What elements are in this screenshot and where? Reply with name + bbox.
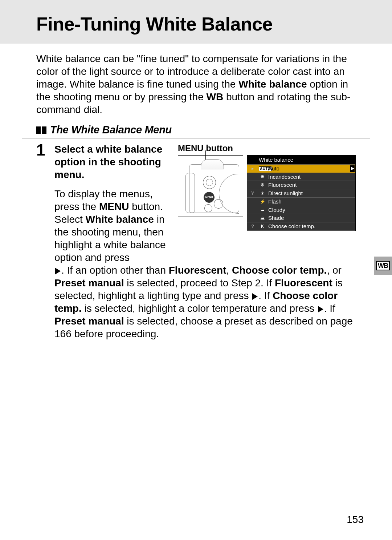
step-bold: Choose color temp. <box>232 265 327 276</box>
right-arrow-icon <box>318 306 323 313</box>
step-heading: Select a white balance option in the sho… <box>54 143 171 181</box>
menu-item-label: Shade <box>268 215 353 222</box>
menu-item: ⛰Shade <box>247 214 355 222</box>
page-number: 153 <box>347 514 364 525</box>
step-bold: White balance <box>86 214 154 225</box>
menu-item-label: Direct sunlight <box>268 190 353 197</box>
menu-item-label: Incandescent <box>268 174 353 181</box>
menu-item-icon: ❋ <box>259 182 266 188</box>
menu-item-label: Flash <box>268 198 353 205</box>
menu-item-icon: ☀ <box>259 191 266 196</box>
step-text: . If <box>258 290 273 301</box>
menu-button-text: MENU <box>99 201 129 212</box>
menu-title: White balance <box>247 156 355 165</box>
menu-item-icon: AUTO <box>259 166 266 172</box>
menu-item-label: Cloudy <box>268 207 353 214</box>
menu-item: ❋Fluorescent <box>247 181 355 189</box>
menu-item: ✺Incandescent <box>247 173 355 181</box>
menu-item-icon: ⛰ <box>259 215 266 221</box>
right-arrow-icon <box>252 293 258 300</box>
menu-item-label: Fluorescent <box>268 182 353 189</box>
menu-item-arrow-icon: ▶ <box>350 165 355 172</box>
menu-item-icon: ☁ <box>259 207 266 213</box>
menu-item-icon: K <box>259 224 266 229</box>
step-bold: Fluorescent <box>169 265 226 276</box>
step-text: , or <box>327 265 341 276</box>
menu-button-label: MENU button <box>178 143 356 154</box>
page-title: Fine-Tuning White Balance <box>36 13 370 35</box>
intro-wb-label: WB <box>207 91 224 102</box>
menu-item-icon: ✺ <box>259 174 266 180</box>
section-title: The White Balance Menu <box>50 124 172 136</box>
step-text: . If <box>324 303 335 314</box>
side-tab: WB <box>374 257 392 275</box>
menu-side-icon: ? <box>249 223 257 229</box>
wb-icon: WB <box>376 261 390 270</box>
menu-item: ?KChoose color temp. <box>247 222 355 231</box>
intro-bold-1: White balance <box>238 78 307 90</box>
menu-item-icon: ⚡ <box>259 199 266 205</box>
step-text: is selected, highlight a color temperatu… <box>82 303 317 314</box>
section-bullets-icon <box>36 126 46 134</box>
intro-paragraph: White balance can be "fine tuned" to com… <box>22 44 370 122</box>
menu-item-label: Choose color temp. <box>268 223 353 230</box>
menu-side-icon: Y <box>249 190 257 196</box>
menu-item: Y☀Direct sunlight <box>247 189 355 198</box>
right-arrow-icon <box>55 268 61 274</box>
menu-side-icon: ▸ <box>249 166 257 172</box>
step-bold: Preset manual <box>54 315 124 327</box>
camera-diagram: MENU <box>178 155 243 217</box>
step-text: is selected, proceed to Step 2. If <box>124 277 275 289</box>
menu-item: ⚡Flash <box>247 198 355 206</box>
camera-menu-button-icon: MENU <box>204 192 215 203</box>
step-number: 1 <box>36 142 47 340</box>
step-bold: Preset manual <box>54 277 124 289</box>
menu-item: ▸AUTOAuto▶ <box>247 165 355 173</box>
menu-item-label: Auto <box>268 165 353 172</box>
step-text: . If an option other than <box>61 265 169 276</box>
camera-menu-screenshot: White balance ▸AUTOAuto▶✺Incandescent❋Fl… <box>247 155 356 231</box>
menu-item: ☁Cloudy <box>247 206 355 214</box>
step-bold: Fluorescent <box>275 277 332 289</box>
step-text: , <box>226 265 232 276</box>
